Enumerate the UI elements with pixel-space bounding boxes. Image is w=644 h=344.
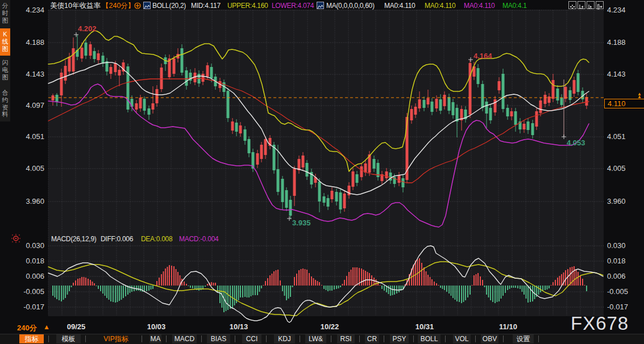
svg-text:4.202: 4.202 [78,24,97,33]
svg-text:4.053: 4.053 [567,139,585,147]
svg-text:3.935: 3.935 [292,219,311,227]
svg-text:4.164: 4.164 [473,52,492,60]
